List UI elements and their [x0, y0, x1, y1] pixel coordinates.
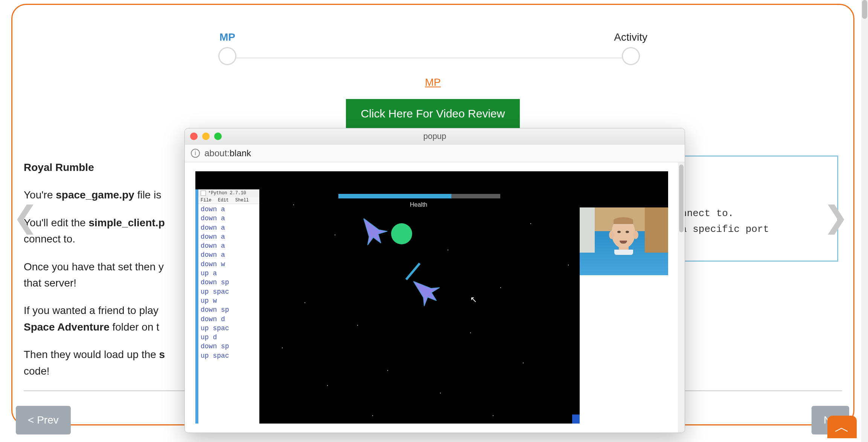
popup-address-bar[interactable]: i about:blank — [185, 144, 685, 162]
section-link-row: MP — [12, 76, 853, 88]
step-activity-circle[interactable] — [622, 47, 640, 65]
chevron-up-icon: ︿ — [834, 417, 850, 437]
popup-url-path: blank — [230, 148, 251, 159]
page-scrollbar-thumb[interactable] — [862, 0, 867, 19]
page-scrollbar[interactable] — [861, 0, 868, 442]
popup-title: popup — [185, 131, 685, 141]
python-shell-panel: *Python 2.7.10 File Edit Shell down a do… — [195, 189, 259, 424]
step-mp-circle[interactable] — [218, 47, 236, 65]
step-mp-label: MP — [218, 31, 236, 43]
popup-scrollbar-thumb[interactable] — [679, 165, 684, 232]
mouse-cursor-icon: ↖ — [470, 295, 477, 305]
pip-eye-right — [626, 231, 629, 233]
python-file-icon — [201, 191, 206, 196]
popup-body: *Python 2.7.10 File Edit Shell down a do… — [185, 162, 685, 433]
pip-ear-left — [609, 231, 614, 239]
menu-shell[interactable]: Shell — [235, 198, 249, 203]
step-mp[interactable]: MP — [218, 31, 236, 65]
step-activity-label: Activity — [614, 31, 647, 43]
menu-file[interactable]: File — [201, 198, 212, 203]
video-player[interactable]: *Python 2.7.10 File Edit Shell down a do… — [195, 171, 668, 424]
side-white-panel — [580, 275, 668, 424]
spaceship-1 — [351, 210, 393, 251]
health-label: Health — [410, 201, 427, 208]
popup-window: popup i about:blank *Python 2.7.10 File … — [184, 128, 685, 433]
pip-eye-left — [617, 231, 621, 233]
nav-prev-chevron-icon[interactable]: ❮ — [13, 200, 38, 235]
popup-url-scheme: about: — [204, 148, 230, 159]
taskbar-fragment — [572, 415, 580, 424]
pip-ear-right — [633, 231, 638, 239]
section-link-mp[interactable]: MP — [425, 76, 441, 88]
python-shell-menu: File Edit Shell — [198, 197, 259, 204]
site-info-icon[interactable]: i — [191, 149, 200, 158]
scroll-to-top-button[interactable]: ︿ — [827, 416, 857, 438]
video-review-button[interactable]: Click Here For Video Review — [346, 99, 520, 128]
green-orb — [391, 223, 412, 244]
pip-wall — [580, 207, 595, 253]
presenter-pip — [580, 207, 668, 275]
step-activity[interactable]: Activity — [614, 31, 647, 65]
menu-edit[interactable]: Edit — [218, 198, 229, 203]
nav-next-chevron-icon[interactable]: ❯ — [823, 200, 848, 235]
python-shell-titlebar: *Python 2.7.10 — [198, 189, 259, 197]
popup-scrollbar[interactable] — [678, 162, 685, 433]
svg-marker-1 — [406, 272, 444, 310]
python-shell-title: *Python 2.7.10 — [208, 191, 246, 196]
pip-hair — [614, 217, 633, 224]
stepper-line — [230, 58, 636, 58]
healthbar-fill — [338, 194, 451, 198]
svg-marker-0 — [354, 212, 391, 250]
game-viewport: Health ↖ — [259, 189, 668, 424]
prev-button[interactable]: < Prev — [16, 406, 71, 434]
python-shell-output: down a down a down a down a down a down … — [198, 204, 259, 361]
popup-titlebar[interactable]: popup — [185, 128, 685, 144]
pip-collar — [614, 250, 633, 255]
pip-door — [645, 207, 668, 253]
